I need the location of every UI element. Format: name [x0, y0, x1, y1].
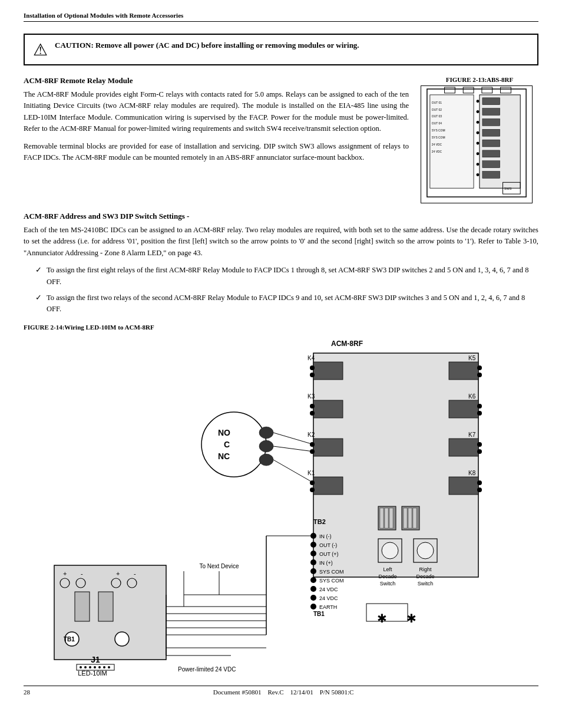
- section1-left: ACM-8RF Remote Relay Module The ACM-8RF …: [24, 76, 409, 203]
- svg-rect-97: [389, 508, 393, 528]
- svg-rect-87: [449, 439, 478, 456]
- c-label: C: [224, 440, 230, 449]
- sys-com1-label: SYS COM: [319, 569, 344, 575]
- k3-label: K3: [308, 393, 315, 400]
- svg-rect-96: [385, 508, 388, 528]
- svg-rect-12: [482, 161, 500, 168]
- svg-point-53: [98, 666, 101, 668]
- svg-rect-6: [482, 98, 500, 105]
- svg-point-45: [115, 632, 129, 646]
- left-decade-switch-label: Left: [383, 566, 392, 572]
- svg-point-104: [417, 542, 434, 559]
- svg-point-18: [477, 142, 480, 145]
- section1-right: FIGURE 2-13:ABS-8RF: [421, 76, 538, 203]
- svg-text:OUT 02: OUT 02: [432, 108, 442, 111]
- svg-text:OUT 04: OUT 04: [432, 122, 442, 125]
- svg-line-117: [273, 446, 313, 452]
- sys-com2-label: SYS COM: [319, 578, 344, 584]
- page-header: Installation of Optional Modules with Re…: [24, 12, 538, 22]
- svg-rect-68: [313, 353, 478, 577]
- footer-center: Document #50801 Rev.C 12/14/01 P/N 50801…: [213, 689, 354, 696]
- svg-point-80: [310, 487, 315, 492]
- tb2-label-diagram: TB2: [313, 518, 326, 525]
- svg-point-70: [310, 365, 315, 370]
- section2-container: ACM-8RF Address and SW3 DIP Switch Setti…: [24, 212, 538, 315]
- svg-rect-75: [313, 439, 343, 456]
- right-decade-label2: Decade: [416, 574, 434, 579]
- section2-body: Each of the ten MS-2410BC IDCs can be as…: [24, 225, 538, 259]
- svg-text:24 VDC: 24 VDC: [432, 150, 442, 153]
- svg-point-67: [259, 454, 273, 466]
- svg-rect-2: [463, 87, 474, 93]
- acm8rf-label: ACM-8RF: [331, 340, 363, 348]
- svg-point-66: [259, 440, 273, 452]
- svg-point-113: [310, 604, 316, 610]
- decade-switch-icon-left: ✱: [377, 612, 387, 625]
- svg-text:24 VDC: 24 VDC: [432, 143, 442, 146]
- svg-rect-11: [482, 150, 500, 157]
- page-number: 28: [24, 689, 30, 696]
- svg-text:SYS COM: SYS COM: [432, 129, 445, 132]
- svg-point-107: [310, 551, 316, 556]
- section1-container: ACM-8RF Remote Relay Module The ACM-8RF …: [24, 76, 538, 203]
- figure14-container: FIGURE 2-14:Wiring LED-10IM to ACM-8RF A…: [24, 324, 538, 680]
- svg-point-111: [310, 586, 316, 592]
- power-limited-label: Power-limited 24 VDC: [178, 666, 236, 673]
- svg-rect-1: [445, 87, 455, 93]
- svg-point-15: [477, 110, 480, 113]
- no-label: NO: [218, 428, 230, 437]
- section2-title: ACM-8RF Address and SW3 DIP Switch Setti…: [24, 212, 538, 221]
- caution-text: CAUTION: Remove all power (AC and DC) be…: [55, 41, 359, 50]
- k5-label: K5: [468, 355, 476, 361]
- diagram-container: ACM-8RF + - + - TB1 J1: [24, 335, 538, 680]
- svg-text:+: +: [116, 570, 120, 577]
- svg-point-19: [477, 152, 480, 155]
- svg-text:-: -: [81, 570, 83, 577]
- svg-rect-99: [408, 508, 412, 528]
- svg-rect-95: [380, 508, 384, 528]
- svg-text:OUT 03: OUT 03: [432, 115, 442, 118]
- svg-point-55: [108, 666, 110, 668]
- earth-label: EARTH: [319, 604, 337, 610]
- svg-rect-10: [482, 140, 500, 147]
- svg-point-64: [201, 412, 266, 477]
- to-next-device-label: To Next Device: [199, 563, 239, 569]
- figure13-label: FIGURE 2-13:ABS-8RF: [421, 76, 538, 83]
- page-footer: 28 Document #50801 Rev.C 12/14/01 P/N 50…: [24, 686, 538, 696]
- svg-point-105: [310, 533, 316, 539]
- vdc24-1-label: 24 VDC: [319, 587, 338, 592]
- svg-point-108: [310, 559, 316, 565]
- svg-rect-42: [75, 592, 90, 621]
- svg-point-86: [477, 411, 482, 416]
- caution-box: ⚠ CAUTION: Remove all power (AC and DC) …: [24, 34, 538, 65]
- footer-right: [537, 689, 538, 696]
- abs8rf-figure: OUT 01 OUT 02 OUT 03 OUT 04 SYS COM SYS …: [421, 85, 533, 203]
- tb1-diagram-label: TB1: [313, 611, 325, 617]
- k2-label: K2: [308, 431, 315, 438]
- svg-point-65: [259, 427, 273, 439]
- out-neg-label: OUT (-): [319, 542, 337, 548]
- svg-point-49: [80, 666, 82, 668]
- svg-rect-72: [313, 400, 343, 418]
- left-decade-label3: Switch: [380, 581, 396, 587]
- vdc24-2-label: 24 VDC: [319, 595, 338, 601]
- in-neg-label: IN (-): [319, 533, 332, 539]
- svg-point-52: [94, 666, 96, 668]
- section1-body2: Removable terminal blocks are provided f…: [24, 141, 409, 164]
- left-decade-label2: Decade: [378, 574, 396, 579]
- svg-point-21: [477, 173, 480, 176]
- svg-point-109: [310, 568, 316, 574]
- svg-point-89: [477, 449, 482, 454]
- svg-rect-13: [482, 172, 500, 179]
- figure14-label: FIGURE 2-14:Wiring LED-10IM to ACM-8RF: [24, 324, 538, 331]
- svg-rect-90: [449, 477, 478, 495]
- svg-text:TB1: TB1: [64, 636, 75, 643]
- section2-bullets: To assign the first eight relays of the …: [35, 265, 538, 315]
- svg-point-17: [477, 131, 480, 134]
- svg-rect-8: [482, 118, 500, 126]
- svg-point-71: [310, 373, 315, 377]
- out-pos-label: OUT (+): [319, 551, 339, 557]
- bullet-1: To assign the first eight relays of the …: [35, 265, 538, 288]
- header-text: Installation of Optional Modules with Re…: [24, 12, 183, 19]
- svg-point-50: [84, 666, 87, 668]
